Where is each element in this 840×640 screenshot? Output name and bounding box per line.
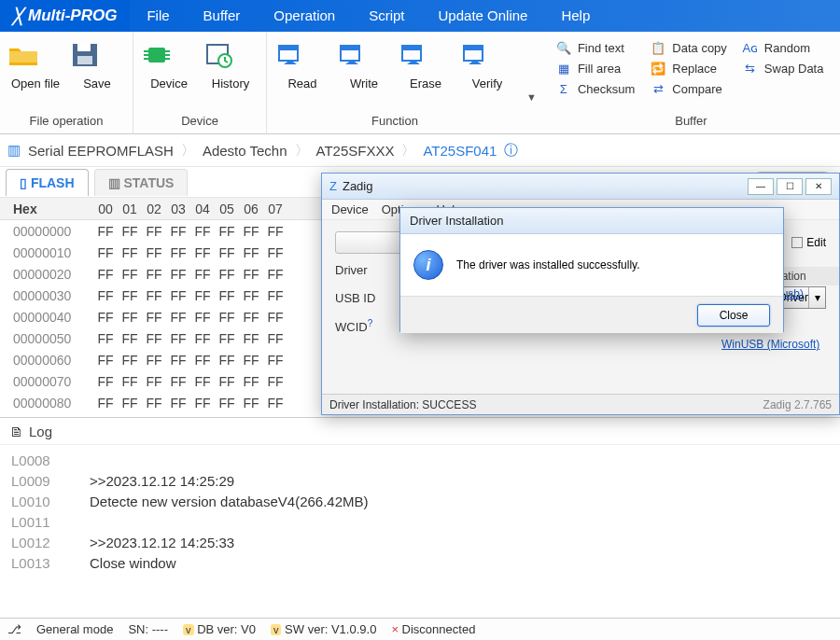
hex-cell[interactable]: FF [118, 310, 142, 325]
hex-cell[interactable]: FF [190, 396, 215, 410]
hex-cell[interactable]: FF [118, 267, 142, 282]
minimize-button[interactable]: — [748, 178, 774, 195]
hex-cell[interactable]: FF [215, 245, 239, 260]
data-copy-button[interactable]: 📋Data copy [644, 39, 733, 57]
hex-cell[interactable]: FF [215, 224, 239, 239]
replace-button[interactable]: 🔁Replace [644, 60, 733, 77]
hex-cell[interactable]: FF [239, 374, 263, 389]
close-window-button[interactable]: ✕ [805, 178, 832, 195]
hex-cell[interactable]: FF [118, 396, 142, 410]
hex-cell[interactable]: FF [239, 331, 263, 346]
hex-cell[interactable]: FF [263, 267, 287, 282]
zadig-titlebar[interactable]: Z Zadig — ☐ ✕ [322, 174, 839, 200]
hex-cell[interactable]: FF [142, 396, 166, 410]
menu-script[interactable]: Script [352, 0, 421, 32]
hex-cell[interactable]: FF [263, 353, 287, 368]
hex-cell[interactable]: FF [118, 288, 142, 303]
hex-cell[interactable]: FF [118, 245, 142, 260]
hex-cell[interactable]: FF [166, 288, 190, 303]
hex-cell[interactable]: FF [93, 310, 118, 325]
read-button[interactable]: Read [273, 35, 332, 96]
swap-data-button[interactable]: ⇆Swap Data [736, 60, 830, 77]
hex-cell[interactable]: FF [166, 396, 190, 410]
hex-cell[interactable]: FF [263, 224, 287, 239]
hex-cell[interactable]: FF [239, 267, 263, 282]
hex-cell[interactable]: FF [93, 374, 118, 389]
compare-button[interactable]: ⇄Compare [644, 80, 733, 98]
hex-cell[interactable]: FF [118, 224, 142, 239]
hex-cell[interactable]: FF [166, 245, 190, 260]
random-button[interactable]: AɢRandom [736, 39, 830, 57]
hex-cell[interactable]: FF [190, 353, 215, 368]
hex-cell[interactable]: FF [239, 353, 263, 368]
menu-update-online[interactable]: Update Online [422, 0, 545, 32]
info-icon[interactable]: ⓘ [504, 142, 518, 160]
hex-cell[interactable]: FF [118, 353, 142, 368]
checksum-button[interactable]: ΣChecksum [550, 80, 640, 98]
hex-cell[interactable]: FF [142, 267, 166, 282]
open-file-button[interactable]: Open file [6, 35, 65, 96]
hex-cell[interactable]: FF [142, 245, 166, 260]
menu-file[interactable]: File [130, 0, 186, 32]
hex-cell[interactable]: FF [93, 353, 118, 368]
hex-cell[interactable]: FF [166, 353, 190, 368]
menu-help[interactable]: Help [544, 0, 607, 32]
hex-cell[interactable]: FF [93, 288, 118, 303]
hex-cell[interactable]: FF [142, 374, 166, 389]
write-button[interactable]: Write [334, 35, 394, 96]
hex-cell[interactable]: FF [142, 353, 166, 368]
hex-cell[interactable]: FF [190, 374, 215, 389]
menu-operation[interactable]: Operation [257, 0, 352, 32]
hex-cell[interactable]: FF [142, 288, 166, 303]
hex-cell[interactable]: FF [190, 331, 215, 346]
hex-cell[interactable]: FF [166, 267, 190, 282]
tab-status[interactable]: ▥ STATUS [94, 169, 189, 196]
hex-cell[interactable]: FF [190, 288, 215, 303]
hex-cell[interactable]: FF [215, 310, 239, 325]
hex-cell[interactable]: FF [215, 353, 239, 368]
hex-cell[interactable]: FF [142, 310, 166, 325]
hex-cell[interactable]: FF [190, 245, 215, 260]
hex-cell[interactable]: FF [118, 331, 142, 346]
hex-cell[interactable]: FF [93, 245, 118, 260]
dialog-title[interactable]: Driver Installation [400, 208, 783, 234]
hex-cell[interactable]: FF [263, 331, 287, 346]
hex-cell[interactable]: FF [239, 224, 263, 239]
hex-cell[interactable]: FF [142, 224, 166, 239]
hex-cell[interactable]: FF [215, 396, 239, 410]
crumb-0[interactable]: Serial EEPROMFLASH [28, 143, 174, 159]
ribbon-dropdown-icon[interactable]: ▼ [523, 32, 542, 133]
hex-cell[interactable]: FF [263, 245, 287, 260]
erase-button[interactable]: Erase [396, 35, 455, 96]
hex-cell[interactable]: FF [118, 374, 142, 389]
hex-cell[interactable]: FF [215, 267, 239, 282]
maximize-button[interactable]: ☐ [777, 178, 803, 195]
hex-cell[interactable]: FF [239, 310, 263, 325]
hex-cell[interactable]: FF [263, 396, 287, 410]
hex-cell[interactable]: FF [263, 374, 287, 389]
hex-cell[interactable]: FF [239, 396, 263, 410]
menu-buffer[interactable]: Buffer [187, 0, 258, 32]
hex-cell[interactable]: FF [263, 310, 287, 325]
hex-cell[interactable]: FF [215, 288, 239, 303]
hex-cell[interactable]: FF [190, 310, 215, 325]
hex-cell[interactable]: FF [263, 288, 287, 303]
hex-cell[interactable]: FF [239, 288, 263, 303]
history-button[interactable]: History [201, 35, 260, 96]
device-button[interactable]: Device [139, 35, 199, 96]
crumb-2[interactable]: AT25SFXXX [316, 143, 395, 159]
tab-flash[interactable]: ▯ FLASH [6, 169, 89, 196]
fill-area-button[interactable]: ▦Fill area [550, 60, 640, 77]
crumb-1[interactable]: Adesto Techn [203, 143, 287, 159]
link-winusb-ms[interactable]: WinUSB (Microsoft) [716, 336, 839, 353]
hex-cell[interactable]: FF [190, 224, 215, 239]
find-text-button[interactable]: 🔍Find text [550, 39, 640, 57]
hex-cell[interactable]: FF [166, 310, 190, 325]
hex-cell[interactable]: FF [239, 245, 263, 260]
hex-cell[interactable]: FF [142, 331, 166, 346]
hex-cell[interactable]: FF [166, 374, 190, 389]
zadig-menu-device[interactable]: Device [331, 202, 369, 216]
edit-checkbox[interactable]: Edit [791, 236, 826, 249]
hex-cell[interactable]: FF [93, 267, 118, 282]
crumb-3[interactable]: AT25SF041 [423, 143, 497, 159]
